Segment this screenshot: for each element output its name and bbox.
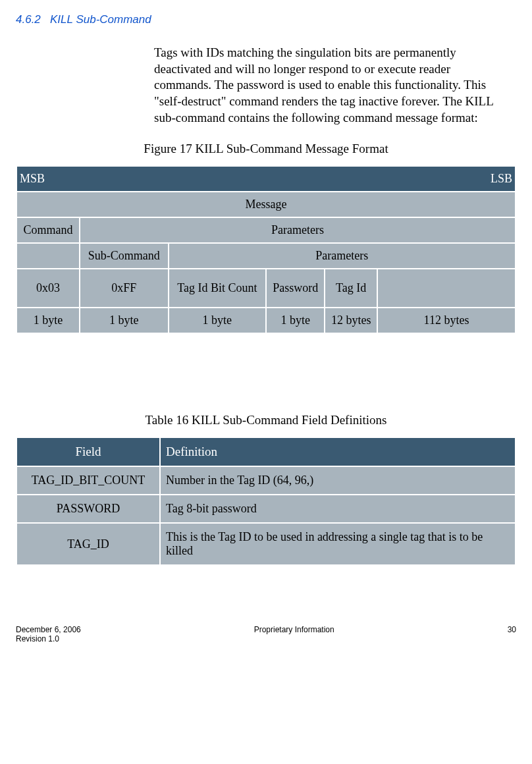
size-s5: 112 bytes	[378, 308, 515, 333]
value-c3: Password	[267, 269, 324, 307]
size-s4: 12 bytes	[325, 308, 377, 333]
footer-revision: Revision 1.0	[16, 634, 81, 643]
table-row-field: TAG_ID_BIT_COUNT	[17, 467, 159, 494]
msb-lsb-header: MSB LSB	[17, 167, 515, 191]
value-c5	[378, 269, 515, 307]
def-header-field: Field	[17, 438, 159, 466]
parameters-sub-cell: Parameters	[169, 244, 515, 268]
field-definitions-table: Field Definition TAG_ID_BIT_COUNT Number…	[16, 437, 516, 566]
sub-command-cell: Sub-Command	[80, 244, 168, 268]
value-c2: Tag Id Bit Count	[169, 269, 265, 307]
command-cell: Command	[17, 218, 79, 242]
message-cell: Message	[17, 192, 515, 217]
figure-caption: Figure 17 KILL Sub-Command Message Forma…	[108, 142, 424, 156]
table-row-field: TAG_ID	[17, 524, 159, 564]
footer-date: December 6, 2006	[16, 625, 81, 634]
value-c1: 0xFF	[80, 269, 168, 307]
table-row-field: PASSWORD	[17, 495, 159, 522]
lsb-label: LSB	[491, 172, 512, 186]
msb-label: MSB	[20, 172, 45, 186]
body-paragraph: Tags with IDs matching the singulation b…	[154, 45, 510, 126]
size-s2: 1 byte	[169, 308, 265, 333]
section-number: 4.6.2	[16, 13, 41, 26]
size-s0: 1 byte	[17, 308, 79, 333]
footer-center: Proprietary Information	[81, 625, 508, 643]
def-header-definition: Definition	[161, 438, 515, 466]
section-title: KILL Sub-Command	[50, 13, 151, 26]
value-c0: 0x03	[17, 269, 79, 307]
size-s3: 1 byte	[267, 308, 324, 333]
blank-cell	[17, 244, 79, 268]
section-heading: 4.6.2 KILL Sub-Command	[16, 13, 516, 26]
page-footer: December 6, 2006 Revision 1.0 Proprietar…	[16, 625, 516, 643]
size-s1: 1 byte	[80, 308, 168, 333]
table-row-definition: Number in the Tag ID (64, 96,)	[161, 467, 515, 494]
table-row-definition: This is the Tag ID to be used in address…	[161, 524, 515, 564]
footer-page: 30	[508, 625, 516, 643]
table-row-definition: Tag 8-bit password	[161, 495, 515, 522]
table-caption: Table 16 KILL Sub-Command Field Definiti…	[108, 413, 424, 427]
parameters-top-cell: Parameters	[80, 218, 515, 242]
message-format-table: MSB LSB Message Command Parameters Sub-C…	[16, 165, 516, 334]
value-c4: Tag Id	[325, 269, 377, 307]
